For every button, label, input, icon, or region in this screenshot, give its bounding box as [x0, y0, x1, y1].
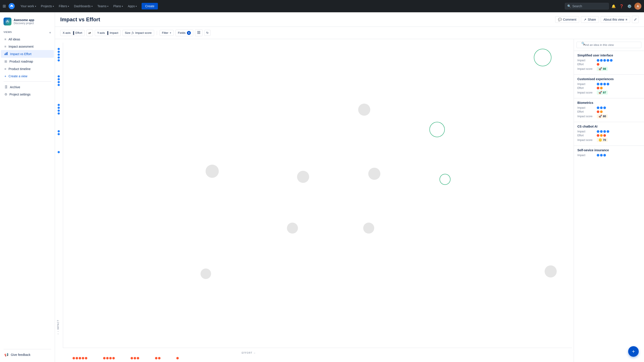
share-button[interactable]: ↗ Share — [581, 16, 599, 23]
sidebar-item-give-feedback[interactable]: 📢 Give feedback — [1, 351, 54, 359]
sidebar-item-create-view[interactable]: + Create a view — [1, 72, 54, 80]
group-button[interactable] — [195, 29, 202, 36]
y-axis-dots-mid — [58, 104, 60, 115]
chevron-down-icon: ▾ — [35, 5, 36, 7]
bubble-simplified-ui[interactable] — [534, 49, 552, 66]
impact-field: Impact — [578, 59, 640, 62]
search-input[interactable] — [572, 4, 606, 8]
xaxis-label: X-axis — [63, 31, 70, 34]
impact-dots — [597, 106, 606, 109]
nav-teams[interactable]: Teams ▾ — [95, 3, 110, 9]
filter-button[interactable]: Filter + — [160, 30, 174, 36]
bubble-6[interactable] — [363, 223, 374, 234]
sidebar-item-product-timeline[interactable]: ≡ Product timeline — [1, 65, 54, 72]
idea-card-biometrics[interactable]: Biometrics Impact Effort — [574, 98, 644, 122]
bubble-2[interactable] — [206, 165, 219, 178]
sidebar-item-product-roadmap[interactable]: ⊞ Product roadmap — [1, 58, 54, 65]
idea-card-simplified[interactable]: Simplified user interface Impact Effort — [574, 51, 644, 75]
nav-filters[interactable]: Filters ▾ — [56, 3, 71, 9]
nav-apps[interactable]: Apps ▾ — [126, 3, 139, 9]
score-badge: 🚀 80 — [597, 114, 608, 118]
bar-chart-icon-2: ▐ — [106, 31, 108, 35]
chart-icon — [4, 52, 8, 56]
share-icon: ↗ — [584, 18, 586, 21]
filter-label: Filter — [162, 31, 168, 34]
sidebar-item-project-settings[interactable]: ⚙ Project settings — [1, 91, 54, 98]
feedback-icon: 📢 — [4, 353, 8, 357]
jira-logo[interactable] — [8, 3, 15, 9]
bubble-biometrics[interactable] — [440, 174, 450, 185]
bubble-3[interactable] — [297, 171, 309, 183]
fields-label: Fields — [178, 31, 186, 34]
help-icon[interactable]: ❓ — [618, 3, 625, 9]
archive-icon: 🗄 — [4, 85, 8, 89]
sidebar-item-impact-assessment[interactable]: ≡ Impact assesment — [1, 43, 54, 50]
list-icon: ≡ — [4, 67, 6, 71]
panel-search-input[interactable] — [576, 42, 641, 48]
swap-axes-button[interactable]: ⇄ — [86, 30, 93, 36]
idea-card-customised[interactable]: Customised experiences Impact Effort — [574, 75, 644, 98]
about-view-button[interactable]: About this view ≡ — [601, 16, 630, 23]
add-view-icon[interactable]: + — [49, 31, 51, 35]
impact-dots — [597, 83, 609, 85]
expand-button[interactable]: ⤢ — [632, 16, 639, 23]
nav-your-work[interactable]: Your work ▾ — [18, 3, 38, 9]
effort-dots — [597, 87, 603, 89]
xaxis-button[interactable]: X-axis ▐ Effort — [60, 30, 85, 36]
gear-icon: ⚙ — [4, 92, 7, 96]
right-panel: 🔍 Simplified user interface Impact — [574, 39, 644, 362]
fields-button[interactable]: Fields 4 — [176, 30, 193, 36]
sidebar-project[interactable]: Awesome app Discovery project — [0, 16, 55, 29]
sidebar-item-archive[interactable]: 🗄 Archive — [1, 83, 54, 91]
bubble-1[interactable] — [358, 104, 370, 116]
size-button[interactable]: Size fx Impact score — [122, 30, 154, 36]
impact-field: Impact — [578, 130, 640, 133]
content-header: Impact vs Effort 💬 Comment ↗ Share About… — [55, 12, 644, 27]
create-button[interactable]: Create — [142, 3, 158, 9]
idea-card-self-service[interactable]: Self-sevice insurance Impact — [574, 146, 644, 160]
search-icon-panel: 🔍 — [581, 42, 585, 45]
xaxis-value: Effort — [76, 31, 82, 34]
effort-dots — [597, 110, 603, 113]
bubble-7[interactable] — [200, 268, 211, 279]
list-icon: ≡ — [4, 45, 6, 48]
grid-icon[interactable]: ⊞ — [3, 4, 6, 8]
project-subtitle: Discovery project — [14, 22, 34, 25]
svg-rect-4 — [7, 52, 8, 55]
create-idea-fab[interactable]: + — [628, 346, 639, 357]
page-title: Impact vs Effort — [60, 16, 555, 23]
bottom-effort-dots — [72, 357, 179, 359]
chart-panel: ↑ ↑ IMPACT EFFORT → — [55, 39, 644, 362]
project-name: Awesome app — [14, 18, 34, 22]
x-axis-label: EFFORT → — [242, 352, 256, 354]
fx-icon: fx — [132, 31, 134, 35]
yaxis-button[interactable]: Y-axis ▐ Impact — [95, 30, 121, 36]
settings-icon[interactable]: ⚙️ — [626, 3, 632, 9]
svg-point-0 — [5, 19, 10, 24]
refresh-button[interactable]: ↻ — [204, 30, 211, 36]
nav-plans[interactable]: Plans ▾ — [111, 3, 125, 9]
avatar[interactable]: A — [634, 3, 641, 10]
chevron-down-icon: ▾ — [122, 5, 123, 7]
idea-card-chatbot[interactable]: CS chatbot AI Impact Effort — [574, 122, 644, 146]
sidebar-item-impact-vs-effort[interactable]: Impact vs Effort — [1, 50, 54, 58]
bubble-5[interactable] — [287, 223, 298, 234]
rocket-icon: 🚀 — [598, 67, 602, 70]
search-box[interactable]: 🔍 — [565, 3, 609, 9]
effort-dots — [597, 63, 599, 66]
nav-dashboards[interactable]: Dashboards ▾ — [72, 3, 95, 9]
bubble-8[interactable] — [544, 265, 557, 277]
sidebar-divider — [4, 81, 51, 82]
chevron-down-icon: ▾ — [53, 5, 54, 7]
impact-dots — [597, 130, 609, 133]
refresh-icon: ↻ — [206, 31, 209, 34]
idea-title: Biometrics — [578, 101, 640, 105]
bubble-customised[interactable] — [430, 122, 445, 137]
notifications-icon[interactable]: 🔔 — [610, 3, 617, 9]
sidebar-item-all-ideas[interactable]: ≡ All ideas — [1, 35, 54, 43]
right-panel-search-area: 🔍 — [574, 39, 644, 51]
nav-projects[interactable]: Projects ▾ — [39, 3, 56, 9]
group-icon — [197, 31, 200, 35]
comment-button[interactable]: 💬 Comment — [555, 16, 579, 23]
bubble-4[interactable] — [368, 168, 380, 180]
